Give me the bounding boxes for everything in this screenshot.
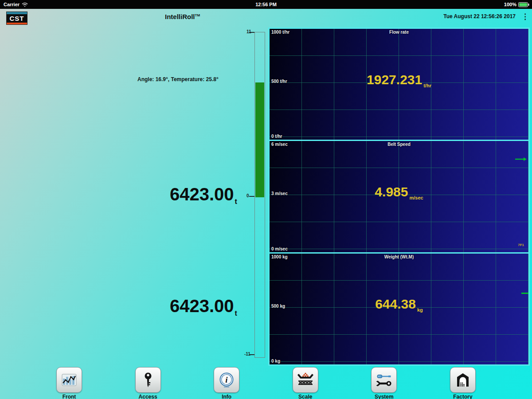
flow-rate-title: Flow rate [270, 30, 528, 35]
trend-charts-panel: 1000 t/hr Flow rate 500 t/hr 0 t/hr 1927… [268, 27, 530, 366]
belt-speed-chart: 6 m/sec Belt Speed 3 m/sec 0 m/sec 4.985… [270, 141, 528, 252]
tools-icon [375, 371, 393, 389]
scale-button[interactable]: Scale [291, 367, 320, 399]
gauge-zero-label: 0 [246, 193, 249, 198]
bottom-toolbar: Front Access [55, 367, 477, 399]
flow-rate-value-unit: t/hr [423, 83, 431, 88]
angle-temperature-label: Angle: 16.9°, Temperature: 25.8° [137, 76, 219, 82]
status-bar: Carrier 12:56 PM 100% [0, 0, 532, 9]
level-gauge: 11 0 -11 [246, 28, 269, 362]
info-button-label: Info [222, 394, 231, 399]
belt-speed-title: Belt Speed [270, 142, 528, 147]
belt-scale-icon [297, 371, 314, 389]
level-gauge-fill [255, 82, 264, 197]
belt-speed-value-number: 4.985 [375, 184, 408, 199]
screen: Carrier 12:56 PM 100% CST IntelliRollTM [0, 0, 532, 399]
flow-rate-value: 1927.231t/hr [270, 72, 528, 87]
speed-marker-arrow-icon [515, 157, 527, 161]
app-title-text: IntelliRoll [165, 13, 195, 20]
weight-value-unit: kg [417, 307, 423, 313]
info-button[interactable]: i Info [212, 367, 241, 399]
factory-icon [454, 371, 472, 389]
trend-chart-icon [60, 371, 78, 389]
total-weight-bottom: 6423.00t [170, 297, 237, 315]
cst-logo: CST [6, 12, 27, 25]
trademark-mark: TM [195, 13, 200, 17]
total-bottom-value: 6423.00 [170, 296, 234, 316]
front-button-label: Front [63, 394, 76, 399]
app-window: CST IntelliRollTM Tue August 22 12:56:26… [0, 9, 532, 399]
weight-value: 644.38kg [270, 297, 528, 312]
page-title: IntelliRollTM [165, 13, 200, 20]
status-time: 12:56 PM [0, 2, 532, 7]
weight-value-number: 644.38 [375, 297, 416, 311]
datetime-label: Tue August 22 12:56:26 2017 [443, 13, 516, 20]
total-bottom-unit: t [235, 310, 237, 317]
system-button-label: System [375, 394, 394, 399]
total-weight-top: 6423.00t [170, 185, 237, 203]
flow-rate-chart: 1000 t/hr Flow rate 500 t/hr 0 t/hr 1927… [270, 29, 528, 140]
level-gauge-track [254, 32, 265, 358]
weight-chart: 1000 kg Weight (Wt.M) 500 kg 0 kg 644.38… [270, 254, 528, 364]
logo-bottom-stripe [7, 23, 27, 24]
access-button-label: Access [139, 394, 157, 399]
factory-button[interactable]: Factory [449, 367, 477, 399]
access-button[interactable]: Access [134, 367, 162, 399]
belt-speed-value-unit: m/sec [409, 195, 423, 200]
key-icon [139, 371, 157, 389]
belt-speed-value: 4.985m/sec [270, 184, 528, 200]
total-top-unit: t [235, 198, 237, 205]
info-icon: i [218, 371, 235, 389]
overflow-menu-icon[interactable]: ⋮ [522, 13, 528, 20]
battery-icon [518, 2, 529, 7]
scale-button-label: Scale [298, 394, 312, 399]
factory-button-label: Factory [453, 394, 472, 399]
flow-rate-value-number: 1927.231 [367, 72, 422, 87]
total-top-value: 6423.00 [170, 184, 234, 204]
belt-speed-ymin-label: 0 m/sec [271, 246, 288, 251]
svg-text:i: i [226, 375, 228, 384]
weight-marker-tick [521, 293, 528, 294]
front-button[interactable]: Front [55, 367, 83, 399]
flow-rate-ymin-label: 0 t/hr [271, 134, 282, 139]
weight-ymin-label: 0 kg [271, 359, 280, 364]
logo-text: CST [7, 14, 27, 23]
system-button[interactable]: System [370, 367, 398, 399]
belt-speed-corner-tag: 7F1 [518, 243, 524, 247]
battery-percent: 100% [504, 2, 516, 7]
weight-title: Weight (Wt.M) [270, 254, 528, 259]
